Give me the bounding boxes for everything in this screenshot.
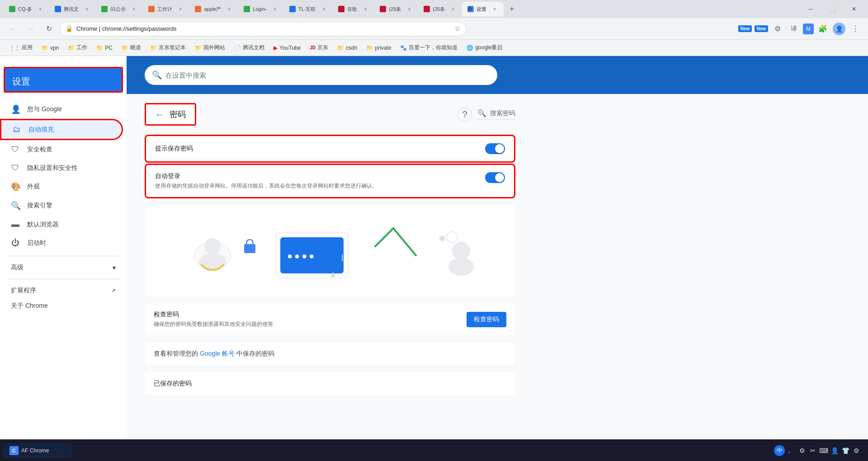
offer-save-toggle[interactable] [485, 143, 505, 154]
tray-keyboard-icon[interactable]: ⌨ [819, 446, 828, 455]
tab-label-cq: CQ-多 [18, 6, 32, 13]
tab-google[interactable]: 谷歌 × [333, 2, 374, 16]
sidebar-item-security[interactable]: 🛡 安全检查 [0, 140, 119, 159]
sidebar-divider-2 [7, 279, 119, 279]
baidu-icon: 🐾 [400, 45, 407, 51]
auto-login-description: 使用存储的凭据自动登录网站。停用该功能后，系统会在您每次登录网站时要求您进行确认… [155, 182, 472, 190]
extension-icon-1[interactable]: M [803, 24, 814, 34]
bookmark-baidu[interactable]: 🐾 百度一下，你就知道 [396, 42, 461, 53]
tab-tl[interactable]: TL-互联 × [284, 2, 333, 16]
tab-cq[interactable]: CQ-多 × [4, 2, 49, 16]
sidebar-browser-label: 默认浏览器 [27, 221, 59, 229]
sidebar-item-appearance[interactable]: 🎨 外观 [0, 177, 119, 196]
settings-search-container[interactable]: 🔍 [145, 65, 497, 85]
bookmark-google-restart[interactable]: 🌐 google重启 [463, 42, 506, 53]
tab-tencent[interactable]: 腾讯文 × [49, 2, 96, 16]
bookmark-jd-notebook[interactable]: 📁 京东笔记本 [146, 42, 189, 53]
tab-close-01[interactable]: × [130, 5, 137, 13]
back-button[interactable]: ← [5, 22, 20, 36]
tray-scissors-icon[interactable]: ✂ [808, 446, 817, 455]
ime-indicator[interactable]: 中 [774, 445, 785, 456]
tab-25b[interactable]: (25条 × [418, 2, 462, 16]
new-badge-icon-1[interactable]: New [738, 22, 752, 36]
minimize-button[interactable]: ─ [800, 2, 821, 16]
bookmark-private-label: private [375, 45, 391, 51]
search-passwords-label: 搜索密码 [490, 109, 515, 118]
sidebar-item-privacy[interactable]: 🛡 隐私设置和安全性 [0, 159, 119, 177]
refresh-button[interactable]: ↻ [42, 22, 56, 36]
tab-01[interactable]: 01公示 × [96, 2, 143, 16]
sidebar-item-startup[interactable]: ⏻ 启动时 [0, 234, 119, 252]
tab-work[interactable]: 工作计 × [143, 2, 189, 16]
new-badge-icon-2[interactable]: New [754, 22, 769, 36]
tab-close-work[interactable]: × [177, 5, 184, 13]
bookmark-xiaodao[interactable]: 📁 晓道 [118, 42, 145, 53]
new-tab-button[interactable]: + [505, 3, 518, 15]
tab-25a[interactable]: (25条 × [374, 2, 418, 16]
help-circle-icon[interactable]: ? [458, 107, 472, 122]
sidebar-divider [7, 256, 119, 256]
user-avatar: 👤 [833, 23, 845, 35]
auto-login-toggle[interactable] [485, 172, 505, 183]
tray-shirt-icon[interactable]: 👕 [841, 446, 850, 455]
bookmark-jd[interactable]: JD 京东 [306, 42, 332, 53]
bookmark-work[interactable]: 📁 工作 [64, 42, 91, 53]
tab-apple[interactable]: apple产 × [189, 2, 238, 16]
bookmark-vpn[interactable]: 📁 vpn [38, 43, 62, 53]
auto-login-row: 自动登录 使用存储的凭据自动登录网站。停用该功能后，系统会在您每次登录网站时要求… [146, 165, 514, 197]
bookmark-tencent-doc[interactable]: 📄 腾讯文档 [231, 42, 268, 53]
bookmark-youtube[interactable]: ▶ YouTube [270, 43, 304, 53]
tab-close-cq[interactable]: × [37, 5, 44, 13]
profile-avatar[interactable]: 👤 [832, 22, 846, 36]
sidebar-extensions[interactable]: 扩展程序 ↗ [0, 283, 127, 298]
taskbar-chrome-icon: C [9, 446, 19, 455]
tab-icon-work [148, 6, 155, 12]
check-passwords-button[interactable]: 检查密码 [467, 312, 506, 327]
maximize-button[interactable]: ⬜ [822, 2, 843, 16]
tab-close-apple[interactable]: × [226, 5, 233, 13]
sidebar-about-chrome[interactable]: 关于 Chrome [0, 298, 127, 314]
tab-close-25a[interactable]: × [406, 5, 413, 13]
bookmark-csdn[interactable]: 📁 csdn [334, 43, 361, 53]
tray-punctuation-icon[interactable]: 。 [787, 446, 796, 455]
forward-button[interactable]: → [24, 22, 38, 36]
search-icon: 🔍 [152, 70, 162, 80]
sidebar-item-autofill[interactable]: 🗂 自动填充 [0, 119, 123, 140]
tab-close-google[interactable]: × [362, 5, 369, 13]
bookmark-star[interactable]: ☆ [454, 24, 461, 33]
taskbar-chrome-item[interactable]: C AF Chrome [4, 444, 71, 457]
page-header-box: ← 密码 [145, 103, 196, 126]
tab-close-login[interactable]: × [271, 5, 278, 13]
sidebar-advanced[interactable]: 高级 ▾ [0, 260, 127, 275]
tab-close-tl[interactable]: × [320, 5, 327, 13]
tray-settings-icon[interactable]: ⚙ [797, 446, 807, 455]
sidebar-item-search[interactable]: 🔍 搜索引擎 [0, 196, 119, 215]
address-bar[interactable]: 🔒 Chrome | chrome://settings/passwords ☆ [60, 22, 467, 36]
menu-button[interactable]: ⋮ [848, 22, 863, 36]
google-account-text-after: 中保存的密码 [236, 350, 274, 357]
bookmark-private[interactable]: 📁 private [363, 43, 395, 53]
tray-user-icon[interactable]: 👤 [830, 446, 839, 455]
bookmark-apps[interactable]: ⋮⋮ 应用 [5, 42, 36, 53]
offer-save-label: 提示保存密码 [155, 145, 485, 153]
bookmark-foreign[interactable]: 📁 国外网站 [191, 42, 229, 53]
chrome-settings-icon[interactable]: ⚙ [770, 22, 785, 36]
tab-close-tencent[interactable]: × [83, 5, 90, 13]
settings-search-input[interactable] [165, 71, 490, 79]
bookmark-pc[interactable]: 📁 PC [93, 43, 116, 53]
sidebar-item-google[interactable]: 👤 您与 Google [0, 100, 119, 119]
back-arrow-button[interactable]: ← [155, 109, 164, 120]
tab-login[interactable]: Login- × [238, 2, 284, 16]
search-passwords-container[interactable]: 🔍 搜索密码 [477, 109, 515, 120]
tray-gear-icon[interactable]: ⚙ [852, 446, 861, 455]
tab-close-25b[interactable]: × [449, 5, 457, 13]
close-button[interactable]: ✕ [844, 2, 864, 16]
translate-icon[interactable]: 译 [787, 22, 801, 36]
tab-close-settings[interactable]: × [491, 5, 498, 13]
extensions-button[interactable]: 🧩 [816, 22, 830, 36]
sidebar-item-default-browser[interactable]: ▬ 默认浏览器 [0, 215, 119, 234]
google-account-link[interactable]: Google 帐号 [200, 350, 235, 357]
tab-label-login: Login- [253, 6, 267, 12]
palette-icon: 🎨 [11, 182, 20, 192]
tab-settings[interactable]: ⚙ 设置 × [462, 2, 504, 16]
